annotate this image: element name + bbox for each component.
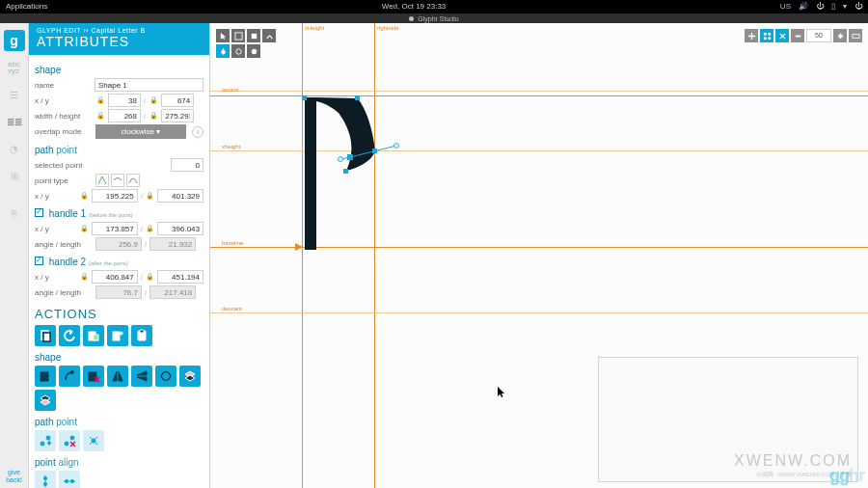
clipboard-button[interactable] [131, 325, 152, 346]
paste-button[interactable] [83, 325, 104, 346]
lock-icon[interactable]: 🔒 [95, 94, 105, 107]
pp-xy-label: x / y [35, 192, 77, 201]
lock-icon[interactable]: 🔒 [149, 109, 158, 122]
rotate-button[interactable] [155, 366, 176, 387]
lock-icon[interactable]: 🔒 [149, 94, 158, 107]
zoom-fit[interactable] [849, 29, 862, 42]
handle1-checkbox[interactable] [35, 208, 43, 217]
handle2-checkbox[interactable] [35, 257, 43, 265]
flip-h-button[interactable] [107, 366, 128, 387]
delete-point-button[interactable] [59, 430, 80, 451]
shape-x-input[interactable] [108, 94, 141, 107]
svg-rect-27 [768, 32, 771, 35]
battery-icon[interactable]: ▯ [831, 0, 835, 14]
lock-icon[interactable]: 🔒 [80, 189, 89, 203]
h1-angle-input[interactable] [95, 237, 142, 251]
panel-title: ATTRIBUTES [37, 34, 202, 49]
lock-icon[interactable]: 🔒 [80, 222, 89, 235]
align-x-button[interactable] [59, 471, 80, 488]
network-icon[interactable]: ⏻ [816, 0, 824, 14]
shape-name-input[interactable] [95, 78, 203, 92]
dropdown-icon[interactable]: ▾ [843, 0, 847, 14]
lock-icon[interactable]: 🔒 [80, 270, 89, 284]
tool-new-rect[interactable] [247, 29, 260, 42]
delete-shape-button[interactable] [83, 366, 104, 387]
pp-x-input[interactable] [92, 189, 138, 203]
point-type-symmetric-button[interactable] [126, 174, 140, 187]
layer-up-button[interactable] [179, 366, 201, 387]
glyphr-footer-logo: gghr [829, 466, 864, 486]
reverse-winding-button[interactable] [59, 366, 80, 387]
xheight-label: xHeight [305, 25, 324, 31]
name-label: name [35, 81, 92, 90]
power-icon[interactable]: ⏻ [854, 0, 862, 14]
svg-point-10 [41, 442, 44, 446]
undo-button[interactable] [59, 325, 80, 346]
lock-icon[interactable]: 🔒 [146, 270, 154, 284]
tool-pen[interactable] [216, 44, 230, 58]
pan-tool[interactable] [745, 29, 758, 42]
glyph-chooser-icon[interactable]: abcxyz [4, 57, 25, 78]
copy-button[interactable] [35, 325, 56, 346]
selected-point-label: selected point [35, 161, 93, 170]
tool-shape-resize[interactable] [231, 29, 245, 42]
zoom-in[interactable] [833, 29, 847, 42]
glyph-shape[interactable] [302, 95, 427, 259]
history-icon[interactable]: ◔ [4, 138, 25, 159]
shape-h-input[interactable] [161, 109, 194, 122]
tool-new-path[interactable] [262, 29, 276, 42]
h2-angle-input[interactable] [95, 285, 142, 299]
xy-label: x / y [35, 96, 93, 105]
shape-y-input[interactable] [161, 94, 194, 107]
overlap-dropdown[interactable]: clockwise ▾ [95, 124, 186, 139]
layers-icon[interactable]: ☰ [4, 84, 25, 105]
overlap-label: overlap mode [35, 127, 93, 136]
point-type-label: point type [35, 176, 93, 185]
insert-point-button[interactable]: + [35, 430, 56, 451]
mouse-cursor-icon [498, 385, 505, 396]
point-type-corner-button[interactable] [95, 174, 109, 187]
h1-length-input[interactable] [149, 237, 196, 251]
tool-new-oval[interactable] [247, 44, 260, 58]
info-icon[interactable]: i [192, 126, 203, 138]
glyph-canvas[interactable]: xHeight rightside ascent xheight baselin… [210, 23, 868, 488]
guides-icon[interactable]: ⊞ [4, 165, 25, 186]
h2-y-input[interactable] [157, 270, 203, 284]
align-y-button[interactable] [35, 471, 56, 488]
zoom-level[interactable]: 50 [806, 29, 831, 42]
tool-arrow[interactable] [216, 29, 230, 42]
point-type-flat-button[interactable] [111, 174, 124, 187]
volume-icon[interactable]: 🔊 [799, 0, 808, 14]
keyboard-layout-indicator[interactable]: US [780, 0, 791, 14]
pathpoint-actions-header: path point [35, 417, 203, 427]
svg-point-14 [70, 436, 74, 440]
layer-down-button[interactable] [35, 390, 56, 411]
lock-icon[interactable]: 🔒 [95, 109, 105, 122]
lock-icon[interactable]: 🔒 [146, 222, 154, 235]
h1-y-input[interactable] [157, 222, 203, 235]
save-icon[interactable]: ⎘ [4, 203, 25, 224]
h1-x-input[interactable] [92, 222, 138, 235]
svg-rect-22 [234, 32, 241, 39]
pp-y-input[interactable] [157, 189, 203, 203]
reset-handles-button[interactable] [83, 430, 104, 451]
toggle-guides[interactable] [775, 29, 789, 42]
new-shape-button[interactable] [35, 366, 56, 387]
toggle-grid[interactable] [760, 29, 773, 42]
zoom-out[interactable] [791, 29, 804, 42]
shape-w-input[interactable] [108, 109, 141, 122]
flip-v-button[interactable] [131, 366, 152, 387]
attributes-icon[interactable]: ≣≣ [4, 111, 25, 132]
give-back-link[interactable]: give back! [6, 469, 22, 484]
add-shape-button[interactable]: + [107, 325, 128, 346]
tool-path-edit[interactable] [231, 44, 245, 58]
glyphr-logo-icon[interactable]: g [4, 30, 25, 51]
applications-menu[interactable]: Applications [6, 0, 47, 14]
h2-length-input[interactable] [149, 285, 196, 299]
h2-x-input[interactable] [92, 270, 138, 284]
lock-icon[interactable]: 🔒 [146, 189, 154, 203]
svg-text:+: + [47, 440, 51, 447]
window-titlebar: Glyphr Studio [0, 14, 868, 23]
selected-point-input[interactable] [171, 158, 203, 172]
rightside-label: rightside [377, 25, 399, 31]
